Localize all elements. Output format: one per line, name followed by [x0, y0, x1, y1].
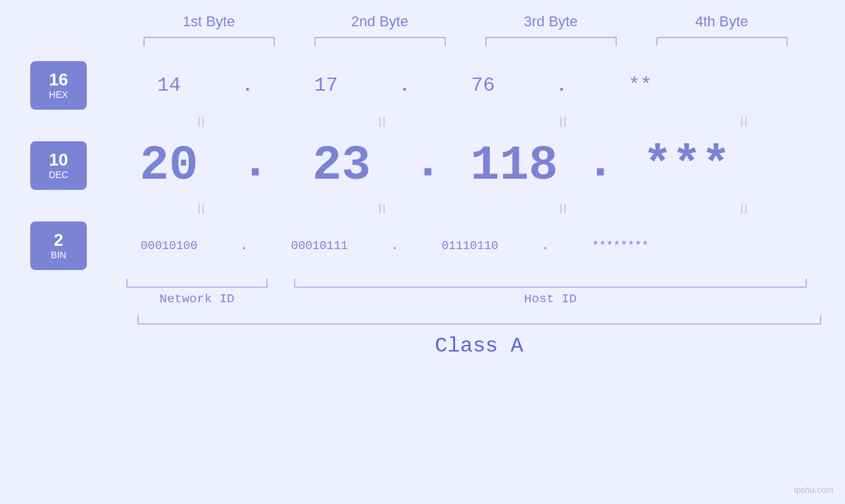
label-gap: [268, 292, 294, 306]
equals-row-2: II II II II: [0, 198, 845, 219]
host-id-label: Host ID: [294, 292, 807, 306]
bin-b1: 00010100: [100, 239, 238, 252]
eq2-b1: II: [132, 200, 270, 218]
dec-badge-label: DEC: [49, 170, 68, 180]
bin-row: 2 BIN 00010100 . 00010111 . 01110110 . *…: [0, 219, 845, 272]
bracket-gap1: [268, 279, 294, 288]
bottom-labels: Network ID Host ID: [126, 292, 807, 306]
bin-dot3: .: [542, 239, 549, 252]
dec-b4: ***: [617, 141, 756, 190]
hex-row: 16 HEX 14 . 17 . 76 . **: [0, 59, 845, 112]
eq1-b1: II: [132, 114, 270, 131]
hex-dot3: .: [556, 76, 567, 96]
equals-area-2: II II II II: [126, 200, 845, 218]
hex-dot1: .: [242, 76, 253, 96]
bracket-byte3: [485, 37, 617, 46]
bracket-byte2: [314, 37, 446, 46]
dec-dot1: .: [241, 135, 270, 196]
dec-b1: 20: [100, 141, 238, 190]
equals-row-1: II II II II: [0, 112, 845, 133]
eq1-b2: II: [313, 114, 451, 131]
eq1-b4: II: [675, 114, 813, 131]
eq2-b2: II: [313, 200, 451, 218]
hex-dot2: .: [399, 76, 410, 96]
dec-values: 20 . 23 . 118 . ***: [100, 135, 845, 196]
dec-b3: 118: [445, 141, 583, 190]
bin-b2: 00010111: [251, 239, 389, 252]
class-label: Class A: [137, 334, 821, 358]
byte-headers: 1st Byte 2nd Byte 3rd Byte 4th Byte: [124, 13, 808, 30]
bottom-section: Network ID Host ID: [0, 279, 845, 306]
equals-area-1: II II II II: [126, 114, 845, 131]
hex-b1: 14: [100, 74, 238, 97]
network-id-label: Network ID: [126, 292, 268, 306]
byte4-header: 4th Byte: [650, 13, 794, 30]
main-container: 1st Byte 2nd Byte 3rd Byte 4th Byte 16 H…: [0, 0, 845, 504]
net-bracket: [126, 279, 268, 288]
bin-values: 00010100 . 00010111 . 01110110 . *******…: [100, 239, 845, 252]
hex-badge-label: HEX: [49, 89, 68, 100]
host-bracket: [294, 279, 807, 288]
full-bracket-container: Class A: [137, 315, 834, 358]
hex-badge: 16 HEX: [30, 61, 87, 110]
bin-dot2: .: [391, 239, 398, 252]
bracket-byte4: [656, 37, 788, 46]
hex-b3: 76: [414, 74, 552, 97]
hex-values: 14 . 17 . 76 . **: [100, 74, 845, 97]
top-brackets: [124, 37, 808, 46]
dec-dot3: .: [586, 135, 615, 196]
dec-b2: 23: [272, 141, 410, 190]
byte2-header: 2nd Byte: [308, 13, 452, 30]
eq2-b3: II: [494, 200, 632, 218]
eq2-b4: II: [675, 200, 813, 218]
bin-badge-label: BIN: [51, 250, 66, 260]
hex-b4: **: [571, 74, 709, 97]
bin-badge: 2 BIN: [30, 221, 87, 270]
byte1-header: 1st Byte: [137, 13, 281, 30]
dec-row: 10 DEC 20 . 23 . 118 . ***: [0, 133, 845, 198]
dec-badge-num: 10: [49, 151, 68, 168]
class-bracket: [137, 315, 821, 325]
bin-badge-num: 2: [54, 231, 63, 248]
eq1-b3: II: [494, 114, 632, 131]
bin-dot1: .: [241, 239, 248, 252]
bottom-brackets: [126, 279, 807, 288]
hex-b2: 17: [257, 74, 395, 97]
dec-dot2: .: [413, 135, 442, 196]
bin-b3: 01110110: [401, 239, 539, 252]
hex-badge-num: 16: [49, 71, 68, 88]
byte3-header: 3rd Byte: [479, 13, 623, 30]
bracket-byte1: [143, 37, 275, 46]
dec-badge: 10 DEC: [30, 141, 87, 190]
bin-b4: ********: [551, 239, 689, 252]
watermark: ipshu.com: [794, 485, 833, 495]
